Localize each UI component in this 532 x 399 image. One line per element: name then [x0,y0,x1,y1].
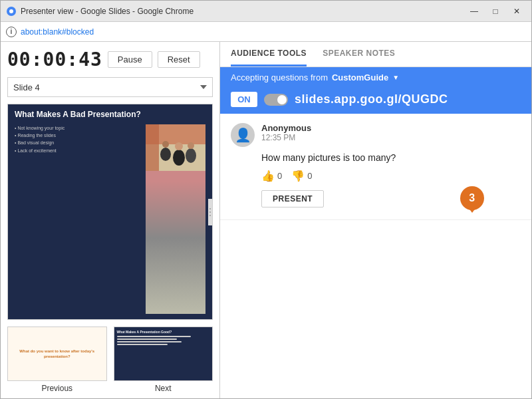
qa-url-text: slides.app.goo.gl/QUGDC [295,92,448,106]
drag-dot-1 [209,208,211,209]
close-button[interactable]: ✕ [507,5,526,18]
question-card: 👤 Anonymous 12:35 PM How many pictures i… [220,114,531,220]
title-bar-controls: — □ ✕ [465,5,526,18]
drag-dot-3 [209,215,211,216]
right-panel: AUDIENCE TOOLS SPEAKER NOTES Accepting q… [220,42,531,399]
next-slide-label: Next [155,384,172,393]
question-header: 👤 Anonymous 12:35 PM [231,123,521,147]
thumbs-up-count: 0 [277,171,282,181]
nav-slides: What do you want to know after today's p… [7,327,213,393]
slide-selector[interactable]: Slide 4 [7,77,213,97]
slide-preview-main: What Makes A Bad Presentation? • Not kno… [7,104,213,320]
slide-preview-body: • Not knowing your topic • Reading the s… [8,122,212,319]
thumbs-down-button[interactable]: 👎 0 [291,170,312,182]
question-time: 12:35 PM [261,133,311,142]
question-author: Anonymous [261,123,311,133]
question-meta: Anonymous 12:35 PM [261,123,311,142]
qa-url-bar: ON slides.app.goo.gl/QUGDC [220,88,531,114]
prev-slide[interactable]: What do you want to know after today's p… [7,327,107,393]
bullet-4: • Lack of excitement [15,147,140,154]
timer-display: 00:00:43 [7,49,102,70]
minimize-button[interactable]: — [465,5,483,18]
svg-point-6 [162,141,169,148]
info-icon: i [6,27,17,37]
badge-circle: 3 [460,186,484,210]
reset-button[interactable]: Reset [158,51,200,68]
question-text: How many pictures is too many? [231,152,521,163]
thumbs-down-icon: 👎 [291,170,305,182]
svg-point-10 [188,142,194,149]
next-thumb-lines [117,336,210,345]
pause-button[interactable]: Pause [108,51,152,68]
thumbs-up-button[interactable]: 👍 0 [261,170,282,182]
maximize-button[interactable]: □ [486,5,505,18]
timer-row: 00:00:43 Pause Reset [7,49,213,70]
notification-badge: 3 [460,186,484,210]
thumb-line-1 [117,336,192,337]
bullet-1: • Not knowing your topic [15,124,140,132]
question-actions: 👍 0 👎 0 [231,170,521,182]
next-thumb-title: What Makes A Presentation Good? [117,330,210,334]
thumbs-up-icon: 👍 [261,170,275,182]
accepting-brand[interactable]: CustomGuide [332,72,388,82]
left-panel: 00:00:43 Pause Reset Slide 4 What Makes … [1,42,220,399]
drag-dot-2 [209,211,211,213]
svg-point-9 [186,148,196,163]
bullet-2: • Reading the slides [15,132,140,139]
thumb-line-4 [117,344,168,345]
chrome-icon [6,6,17,17]
accepting-text: Accepting questions from [231,72,328,82]
thumb-line-3 [117,341,182,342]
svg-rect-4 [146,124,159,171]
svg-point-8 [175,142,183,150]
slide-preview-title: What Makes A Bad Presentation? [8,104,212,122]
main-content: 00:00:43 Pause Reset Slide 4 What Makes … [1,42,531,399]
tabs-row: AUDIENCE TOOLS SPEAKER NOTES [220,42,531,67]
title-bar-text: Presenter view - Google Slides - Google … [21,7,194,16]
thumb-line-2 [117,338,178,340]
address-url: about:blank#blocked [21,27,94,37]
address-bar: i about:blank#blocked [1,22,531,42]
svg-point-7 [173,150,185,166]
title-bar: Presenter view - Google Slides - Google … [1,1,531,22]
next-slide-thumb: What Makes A Presentation Good? [114,327,213,381]
thumbs-down-count: 0 [307,171,312,181]
svg-point-5 [160,148,171,161]
title-bar-left: Presenter view - Google Slides - Google … [6,6,194,17]
toggle-track[interactable] [264,94,288,106]
next-slide[interactable]: What Makes A Presentation Good? Next [114,327,213,393]
badge-count: 3 [469,192,475,204]
dropdown-arrow-icon: ▼ [392,74,399,81]
tab-speaker-notes[interactable]: SPEAKER NOTES [323,42,395,66]
present-button[interactable]: PRESENT [261,190,324,207]
prev-thumb-text: What do you want to know after today's p… [12,348,102,360]
prev-slide-thumb: What do you want to know after today's p… [7,327,107,381]
bullet-3: • Bad visual design [15,139,140,146]
qa-area: Accepting questions from CustomGuide ▼ O… [220,67,531,399]
slide-bullets: • Not knowing your topic • Reading the s… [15,124,140,314]
avatar-icon: 👤 [235,127,251,143]
toggle-knob [277,95,287,104]
slide-image [146,124,205,314]
tab-audience-tools[interactable]: AUDIENCE TOOLS [231,42,307,66]
people-image [146,124,205,314]
avatar: 👤 [231,123,255,147]
badge-notch [468,207,476,213]
prev-slide-label: Previous [41,384,72,393]
accepting-banner: Accepting questions from CustomGuide ▼ [220,67,531,88]
svg-point-1 [9,9,13,13]
drag-handle[interactable] [208,199,212,225]
on-toggle[interactable]: ON [231,92,257,107]
